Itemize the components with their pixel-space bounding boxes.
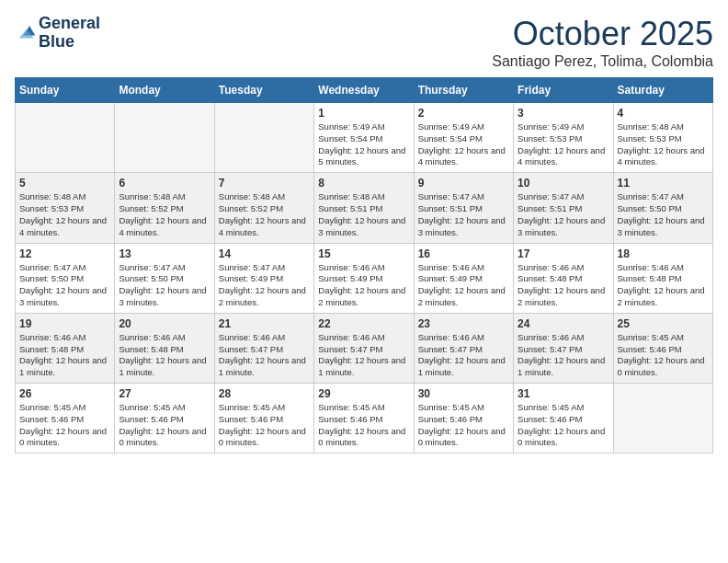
table-row: 26Sunrise: 5:45 AM Sunset: 5:46 PM Dayli…: [16, 384, 115, 454]
header-tuesday: Tuesday: [214, 78, 313, 103]
table-row: 2Sunrise: 5:49 AM Sunset: 5:54 PM Daylig…: [414, 103, 513, 173]
header-saturday: Saturday: [613, 78, 712, 103]
header-friday: Friday: [514, 78, 613, 103]
cell-date: 28: [219, 387, 310, 400]
cell-info: Sunrise: 5:46 AM Sunset: 5:48 PM Dayligh…: [119, 332, 210, 379]
cell-date: 14: [219, 247, 310, 260]
header-wednesday: Wednesday: [314, 78, 414, 103]
cell-date: 8: [318, 177, 409, 190]
calendar-table: Sunday Monday Tuesday Wednesday Thursday…: [15, 77, 713, 454]
cell-info: Sunrise: 5:47 AM Sunset: 5:51 PM Dayligh…: [418, 191, 509, 238]
table-row: [613, 384, 712, 454]
cell-date: 27: [119, 387, 210, 400]
cell-info: Sunrise: 5:45 AM Sunset: 5:46 PM Dayligh…: [19, 402, 110, 449]
table-row: 8Sunrise: 5:48 AM Sunset: 5:51 PM Daylig…: [314, 173, 414, 243]
cell-date: 20: [119, 317, 210, 330]
table-row: 5Sunrise: 5:48 AM Sunset: 5:53 PM Daylig…: [16, 173, 115, 243]
table-row: [115, 103, 214, 173]
table-row: 6Sunrise: 5:48 AM Sunset: 5:52 PM Daylig…: [115, 173, 214, 243]
cell-info: Sunrise: 5:47 AM Sunset: 5:50 PM Dayligh…: [119, 262, 210, 309]
table-row: 4Sunrise: 5:48 AM Sunset: 5:53 PM Daylig…: [613, 103, 712, 173]
table-row: 30Sunrise: 5:45 AM Sunset: 5:46 PM Dayli…: [414, 384, 513, 454]
cell-info: Sunrise: 5:47 AM Sunset: 5:50 PM Dayligh…: [19, 262, 110, 309]
cell-date: 22: [318, 317, 409, 330]
cell-date: 1: [318, 107, 409, 120]
cell-date: 29: [318, 387, 409, 400]
table-row: 12Sunrise: 5:47 AM Sunset: 5:50 PM Dayli…: [16, 243, 115, 313]
cell-info: Sunrise: 5:45 AM Sunset: 5:46 PM Dayligh…: [119, 402, 210, 449]
header-sunday: Sunday: [16, 78, 115, 103]
cell-date: 2: [418, 107, 509, 120]
cell-info: Sunrise: 5:49 AM Sunset: 5:54 PM Dayligh…: [318, 121, 409, 168]
table-row: 11Sunrise: 5:47 AM Sunset: 5:50 PM Dayli…: [613, 173, 712, 243]
cell-date: 18: [618, 247, 709, 260]
weekday-header-row: Sunday Monday Tuesday Wednesday Thursday…: [16, 78, 713, 103]
calendar-week-row: 1Sunrise: 5:49 AM Sunset: 5:54 PM Daylig…: [16, 103, 713, 173]
cell-date: 10: [518, 177, 609, 190]
cell-date: 7: [219, 177, 310, 190]
table-row: [16, 103, 115, 173]
cell-date: 3: [518, 107, 609, 120]
table-row: 15Sunrise: 5:46 AM Sunset: 5:49 PM Dayli…: [314, 243, 414, 313]
cell-info: Sunrise: 5:47 AM Sunset: 5:49 PM Dayligh…: [219, 262, 310, 309]
cell-date: 9: [418, 177, 509, 190]
cell-info: Sunrise: 5:46 AM Sunset: 5:47 PM Dayligh…: [318, 332, 409, 379]
cell-info: Sunrise: 5:48 AM Sunset: 5:52 PM Dayligh…: [119, 191, 210, 238]
table-row: 18Sunrise: 5:46 AM Sunset: 5:48 PM Dayli…: [613, 243, 712, 313]
cell-info: Sunrise: 5:46 AM Sunset: 5:49 PM Dayligh…: [418, 262, 509, 309]
logo-icon: [15, 22, 37, 44]
calendar-week-row: 26Sunrise: 5:45 AM Sunset: 5:46 PM Dayli…: [16, 384, 713, 454]
cell-date: 13: [119, 247, 210, 260]
header-thursday: Thursday: [414, 78, 513, 103]
table-row: 16Sunrise: 5:46 AM Sunset: 5:49 PM Dayli…: [414, 243, 513, 313]
cell-date: 11: [618, 177, 709, 190]
cell-info: Sunrise: 5:48 AM Sunset: 5:52 PM Dayligh…: [219, 191, 310, 238]
table-row: 17Sunrise: 5:46 AM Sunset: 5:48 PM Dayli…: [514, 243, 613, 313]
table-row: 3Sunrise: 5:49 AM Sunset: 5:53 PM Daylig…: [514, 103, 613, 173]
cell-info: Sunrise: 5:45 AM Sunset: 5:46 PM Dayligh…: [318, 402, 409, 449]
cell-info: Sunrise: 5:48 AM Sunset: 5:53 PM Dayligh…: [19, 191, 110, 238]
cell-info: Sunrise: 5:46 AM Sunset: 5:47 PM Dayligh…: [518, 332, 609, 379]
cell-info: Sunrise: 5:48 AM Sunset: 5:53 PM Dayligh…: [618, 121, 709, 168]
table-row: 22Sunrise: 5:46 AM Sunset: 5:47 PM Dayli…: [314, 313, 414, 383]
table-row: 23Sunrise: 5:46 AM Sunset: 5:47 PM Dayli…: [414, 313, 513, 383]
cell-date: 17: [518, 247, 609, 260]
cell-date: 26: [19, 387, 110, 400]
cell-date: 6: [119, 177, 210, 190]
page-header: General Blue October 2025 Santiago Perez…: [15, 15, 713, 70]
cell-info: Sunrise: 5:46 AM Sunset: 5:47 PM Dayligh…: [219, 332, 310, 379]
cell-info: Sunrise: 5:46 AM Sunset: 5:49 PM Dayligh…: [318, 262, 409, 309]
cell-info: Sunrise: 5:45 AM Sunset: 5:46 PM Dayligh…: [219, 402, 310, 449]
table-row: 31Sunrise: 5:45 AM Sunset: 5:46 PM Dayli…: [514, 384, 613, 454]
cell-info: Sunrise: 5:46 AM Sunset: 5:47 PM Dayligh…: [418, 332, 509, 379]
cell-date: 21: [219, 317, 310, 330]
table-row: 10Sunrise: 5:47 AM Sunset: 5:51 PM Dayli…: [514, 173, 613, 243]
logo: General Blue: [15, 15, 100, 52]
table-row: 28Sunrise: 5:45 AM Sunset: 5:46 PM Dayli…: [214, 384, 313, 454]
table-row: 27Sunrise: 5:45 AM Sunset: 5:46 PM Dayli…: [115, 384, 214, 454]
cell-info: Sunrise: 5:49 AM Sunset: 5:53 PM Dayligh…: [518, 121, 609, 168]
table-row: 20Sunrise: 5:46 AM Sunset: 5:48 PM Dayli…: [115, 313, 214, 383]
cell-date: 12: [19, 247, 110, 260]
table-row: 14Sunrise: 5:47 AM Sunset: 5:49 PM Dayli…: [214, 243, 313, 313]
table-row: 24Sunrise: 5:46 AM Sunset: 5:47 PM Dayli…: [514, 313, 613, 383]
cell-date: 24: [518, 317, 609, 330]
cell-info: Sunrise: 5:46 AM Sunset: 5:48 PM Dayligh…: [618, 262, 709, 309]
table-row: 9Sunrise: 5:47 AM Sunset: 5:51 PM Daylig…: [414, 173, 513, 243]
cell-info: Sunrise: 5:48 AM Sunset: 5:51 PM Dayligh…: [318, 191, 409, 238]
table-row: 13Sunrise: 5:47 AM Sunset: 5:50 PM Dayli…: [115, 243, 214, 313]
cell-date: 5: [19, 177, 110, 190]
cell-info: Sunrise: 5:47 AM Sunset: 5:51 PM Dayligh…: [518, 191, 609, 238]
cell-info: Sunrise: 5:46 AM Sunset: 5:48 PM Dayligh…: [518, 262, 609, 309]
cell-info: Sunrise: 5:49 AM Sunset: 5:54 PM Dayligh…: [418, 121, 509, 168]
month-title: October 2025: [492, 15, 713, 53]
table-row: 21Sunrise: 5:46 AM Sunset: 5:47 PM Dayli…: [214, 313, 313, 383]
table-row: [214, 103, 313, 173]
cell-info: Sunrise: 5:45 AM Sunset: 5:46 PM Dayligh…: [618, 332, 709, 379]
title-block: October 2025 Santiago Perez, Tolima, Col…: [492, 15, 713, 70]
logo-text: General Blue: [39, 15, 100, 52]
table-row: 25Sunrise: 5:45 AM Sunset: 5:46 PM Dayli…: [613, 313, 712, 383]
table-row: 19Sunrise: 5:46 AM Sunset: 5:48 PM Dayli…: [16, 313, 115, 383]
calendar-week-row: 12Sunrise: 5:47 AM Sunset: 5:50 PM Dayli…: [16, 243, 713, 313]
calendar-week-row: 5Sunrise: 5:48 AM Sunset: 5:53 PM Daylig…: [16, 173, 713, 243]
